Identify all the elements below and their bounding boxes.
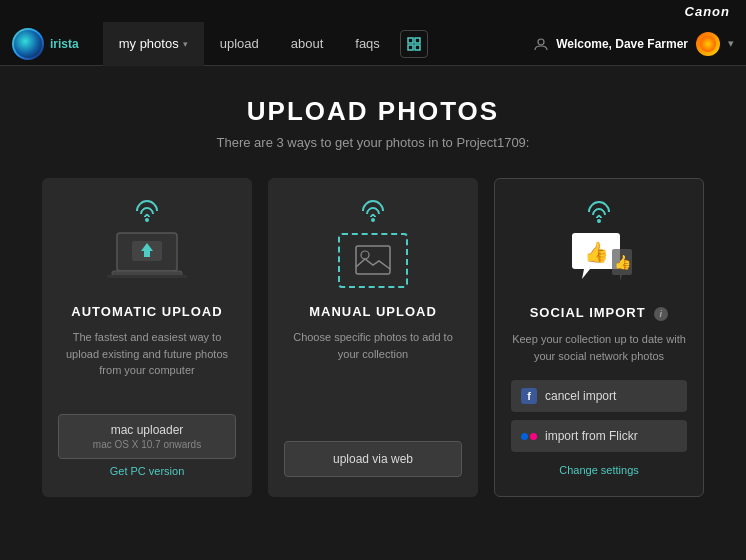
social-info-icon[interactable]: i bbox=[654, 307, 668, 321]
automatic-upload-card: AUTOMATIC UPLOAD The fastest and easiest… bbox=[42, 178, 252, 497]
nav-item-about[interactable]: about bbox=[275, 22, 340, 66]
svg-rect-1 bbox=[415, 38, 420, 43]
wifi-dot bbox=[145, 218, 149, 222]
social-wifi-icon bbox=[585, 203, 613, 223]
page-subtitle: There are 3 ways to get your photos in t… bbox=[40, 135, 706, 150]
wifi-dot bbox=[597, 219, 601, 223]
nav-links: my photos ▾ upload about faqs bbox=[103, 22, 534, 66]
svg-text:👍: 👍 bbox=[583, 240, 608, 264]
manual-wifi-icon bbox=[359, 202, 387, 222]
svg-rect-0 bbox=[408, 38, 413, 43]
automatic-upload-desc: The fastest and easiest way to upload ex… bbox=[58, 329, 236, 398]
irista-logo bbox=[12, 28, 44, 60]
nav-right: Welcome, Dave Farmer ▾ bbox=[534, 32, 734, 56]
flickr-icon bbox=[521, 428, 537, 444]
manual-upload-card: MANUAL UPLOAD Choose specific photos to … bbox=[268, 178, 478, 497]
svg-rect-10 bbox=[107, 275, 187, 278]
canon-logo: Canon bbox=[685, 4, 730, 19]
svg-rect-3 bbox=[415, 45, 420, 50]
laptop-svg bbox=[107, 231, 187, 289]
import-from-flickr-button[interactable]: import from Flickr bbox=[511, 420, 687, 452]
logo-area[interactable]: irista bbox=[12, 28, 79, 60]
mac-uploader-button[interactable]: mac uploader mac OS X 10.7 onwards bbox=[58, 414, 236, 459]
user-dropdown-arrow[interactable]: ▾ bbox=[728, 37, 734, 50]
change-settings-link[interactable]: Change settings bbox=[559, 464, 639, 476]
page-title: UPLOAD PHOTOS bbox=[40, 96, 706, 127]
cancel-import-button[interactable]: f cancel import bbox=[511, 380, 687, 412]
canon-bar: Canon bbox=[0, 0, 746, 22]
page-content: UPLOAD PHOTOS There are 3 ways to get yo… bbox=[0, 66, 746, 527]
facebook-icon: f bbox=[521, 388, 537, 404]
cards-container: AUTOMATIC UPLOAD The fastest and easiest… bbox=[40, 178, 706, 497]
svg-text:👍: 👍 bbox=[613, 254, 631, 271]
nav-bar: irista my photos ▾ upload about faqs bbox=[0, 22, 746, 66]
manual-icon-area bbox=[333, 230, 413, 290]
user-avatar[interactable] bbox=[696, 32, 720, 56]
svg-point-5 bbox=[700, 36, 716, 52]
social-import-card: 👍 👍 SOCIAL IMPORT i Keep your collection… bbox=[494, 178, 704, 497]
grid-view-icon[interactable] bbox=[400, 30, 428, 58]
svg-rect-11 bbox=[356, 246, 390, 274]
nav-item-my-photos[interactable]: my photos ▾ bbox=[103, 22, 204, 66]
manual-upload-desc: Choose specific photos to add to your co… bbox=[284, 329, 462, 425]
manual-upload-box-icon bbox=[338, 233, 408, 288]
automatic-wifi-icon bbox=[133, 202, 161, 222]
nav-item-upload[interactable]: upload bbox=[204, 22, 275, 66]
manual-upload-title: MANUAL UPLOAD bbox=[309, 304, 437, 319]
get-pc-version-link[interactable]: Get PC version bbox=[110, 465, 185, 477]
laptop-icon-area bbox=[107, 230, 187, 290]
my-photos-dropdown-arrow: ▾ bbox=[183, 39, 188, 49]
nav-item-faqs[interactable]: faqs bbox=[339, 22, 396, 66]
social-import-desc: Keep your collection up to date with you… bbox=[511, 331, 687, 364]
irista-brand: irista bbox=[50, 37, 79, 51]
social-icon-area: 👍 👍 bbox=[559, 231, 639, 291]
wifi-dot bbox=[371, 218, 375, 222]
social-import-title: SOCIAL IMPORT i bbox=[530, 305, 669, 321]
logo-inner bbox=[14, 30, 42, 58]
avatar-icon bbox=[699, 35, 717, 53]
social-bubble-svg: 👍 👍 bbox=[562, 231, 637, 291]
grid-icon-svg bbox=[407, 37, 421, 51]
upload-via-web-button[interactable]: upload via web bbox=[284, 441, 462, 477]
welcome-text: Welcome, Dave Farmer bbox=[556, 37, 688, 51]
user-icon bbox=[534, 37, 548, 51]
flickr-dot-blue bbox=[521, 433, 528, 440]
flickr-dot-pink bbox=[530, 433, 537, 440]
image-icon-svg bbox=[355, 245, 391, 275]
automatic-upload-title: AUTOMATIC UPLOAD bbox=[71, 304, 222, 319]
svg-point-4 bbox=[538, 39, 544, 45]
svg-point-12 bbox=[361, 251, 369, 259]
svg-rect-2 bbox=[408, 45, 413, 50]
